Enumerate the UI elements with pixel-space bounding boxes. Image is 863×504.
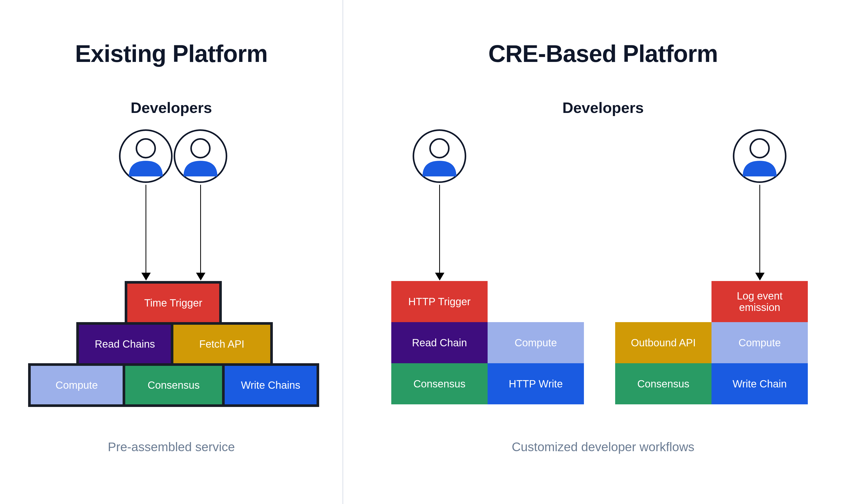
- block-log-event: Log event emission: [712, 281, 808, 322]
- svg-point-5: [430, 139, 449, 158]
- right-caption: Customized developer workflows: [343, 440, 863, 454]
- right-title: CRE-Based Platform: [343, 42, 863, 66]
- block-consensus: Consensus: [123, 363, 225, 407]
- block-http-trigger: HTTP Trigger: [391, 281, 488, 322]
- block-compute-b: Compute: [712, 322, 808, 363]
- block-fetch-api: Fetch API: [171, 322, 273, 366]
- user-icon: [172, 127, 229, 185]
- arrow-line: [759, 185, 760, 273]
- user-icon: [731, 127, 788, 185]
- block-consensus-a: Consensus: [391, 363, 488, 404]
- arrow-line: [439, 185, 440, 273]
- left-caption: Pre-assembled service: [0, 440, 342, 454]
- arrow-head-icon: [141, 273, 151, 280]
- block-outbound-api: Outbound API: [615, 322, 712, 363]
- arrow-line: [146, 185, 146, 273]
- block-http-write: HTTP Write: [488, 363, 584, 404]
- left-title: Existing Platform: [0, 42, 342, 66]
- user-icon: [411, 127, 468, 185]
- block-compute: Compute: [28, 363, 125, 407]
- arrow-head-icon: [196, 273, 205, 280]
- arrow-head-icon: [755, 273, 765, 280]
- block-write-chain: Write Chain: [712, 363, 808, 404]
- vertical-divider: [342, 0, 343, 504]
- block-compute-a: Compute: [488, 322, 584, 363]
- svg-point-1: [136, 139, 155, 158]
- block-consensus-b: Consensus: [615, 363, 712, 404]
- left-subtitle: Developers: [0, 99, 342, 116]
- arrow-line: [200, 185, 201, 273]
- block-time-trigger: Time Trigger: [125, 281, 222, 325]
- user-icon: [117, 127, 174, 185]
- right-subtitle: Developers: [343, 99, 863, 116]
- block-read-chains: Read Chains: [76, 322, 173, 366]
- svg-point-7: [750, 139, 769, 158]
- arrow-head-icon: [435, 273, 445, 280]
- svg-point-3: [191, 139, 210, 158]
- block-write-chains: Write Chains: [222, 363, 319, 407]
- block-read-chain: Read Chain: [391, 322, 488, 363]
